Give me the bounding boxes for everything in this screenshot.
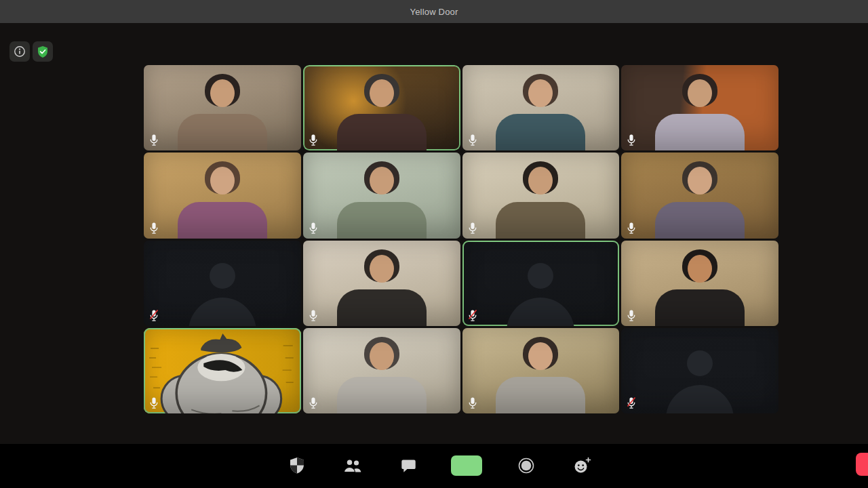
participant-tile[interactable] — [303, 328, 460, 413]
record-button[interactable] — [513, 450, 540, 481]
mic-on-icon — [309, 222, 318, 235]
participant-head — [528, 79, 553, 107]
mic-status — [627, 134, 636, 147]
mic-muted-icon — [468, 309, 477, 323]
participant-tile-camera-off[interactable] — [621, 328, 778, 413]
participant-body — [337, 377, 427, 413]
mic-status — [309, 134, 318, 147]
participant-tile[interactable] — [462, 328, 620, 413]
participant-body — [178, 114, 267, 150]
mic-on-icon — [149, 134, 159, 147]
mic-on-icon — [149, 222, 159, 235]
mic-muted-icon — [627, 396, 636, 410]
participant-tile-camera-off[interactable] — [462, 241, 620, 326]
participant-tile[interactable] — [144, 65, 301, 150]
participant-body — [337, 202, 427, 239]
participant-head — [688, 79, 712, 107]
participant-head — [370, 167, 394, 195]
record-circle-icon — [517, 457, 535, 474]
avatar-placeholder-body — [666, 385, 734, 413]
window-titlebar: Yellow Door — [0, 0, 868, 23]
mic-on-icon — [468, 134, 477, 147]
participant-body — [337, 289, 427, 326]
info-icon — [14, 45, 26, 58]
leave-meeting-button[interactable] — [856, 453, 868, 476]
participant-tile[interactable] — [621, 241, 778, 326]
avatar-placeholder-head — [687, 350, 713, 376]
mic-status — [149, 309, 159, 323]
participant-head — [528, 342, 553, 370]
participant-head — [370, 255, 394, 283]
participant-tile[interactable] — [462, 65, 620, 150]
mic-status — [149, 134, 159, 147]
participant-tile[interactable] — [621, 65, 778, 150]
shield-icon — [289, 457, 305, 474]
avatar-placeholder-head — [528, 263, 553, 289]
chat-button[interactable] — [395, 450, 422, 481]
shield-check-icon — [37, 45, 49, 58]
participants-icon — [342, 458, 363, 474]
mic-muted-icon — [149, 309, 159, 323]
gorilla-drawing-wrap — [144, 328, 301, 413]
participant-tile[interactable] — [462, 152, 620, 238]
participant-body — [655, 289, 745, 326]
mic-on-icon — [309, 309, 318, 323]
mic-on-icon — [627, 309, 636, 323]
meeting-toolbar — [0, 444, 868, 488]
participant-tile[interactable] — [303, 65, 460, 150]
participant-body — [496, 202, 585, 239]
participant-body — [496, 377, 585, 413]
mic-on-icon — [309, 396, 318, 410]
reactions-smiley-plus-icon — [573, 457, 591, 474]
mic-status — [309, 396, 318, 410]
participant-head — [370, 79, 394, 107]
share-screen-button[interactable] — [451, 450, 482, 481]
participant-grid — [144, 65, 778, 413]
mic-on-icon — [627, 134, 636, 147]
encryption-badge-button[interactable] — [33, 41, 53, 62]
share-screen-icon — [451, 455, 482, 476]
mic-on-icon — [627, 222, 636, 235]
mic-status — [627, 222, 636, 235]
participant-body — [496, 114, 585, 150]
participant-tile-camera-off[interactable] — [144, 241, 301, 326]
participant-head — [210, 167, 235, 195]
security-button[interactable] — [283, 450, 311, 481]
participant-head — [370, 342, 394, 370]
avatar-placeholder-body — [189, 298, 256, 326]
mic-status — [149, 222, 159, 235]
participant-tile[interactable] — [621, 152, 778, 238]
mic-status — [149, 396, 159, 410]
participant-tile[interactable] — [144, 152, 301, 238]
participant-body — [655, 114, 745, 150]
meeting-title: Yellow Door — [410, 7, 458, 17]
chat-bubble-icon — [400, 458, 417, 474]
mic-status — [468, 134, 477, 147]
participant-tile[interactable] — [303, 152, 460, 238]
gorilla-drawing — [144, 328, 301, 413]
zoom-meeting-window: Yellow Door — [0, 0, 868, 488]
participant-body — [178, 202, 267, 239]
mic-on-icon — [149, 396, 159, 410]
mic-status — [627, 396, 636, 410]
participant-head — [688, 167, 712, 195]
participant-tile-virtual[interactable] — [144, 328, 301, 413]
participant-head — [210, 79, 235, 107]
reactions-button[interactable] — [568, 450, 595, 481]
mic-status — [627, 309, 636, 323]
participant-head — [528, 167, 553, 195]
mic-on-icon — [468, 222, 477, 235]
avatar-placeholder-head — [210, 263, 235, 289]
participant-head — [688, 255, 712, 283]
mic-on-icon — [309, 134, 318, 147]
participants-button[interactable] — [339, 450, 366, 481]
participant-body — [337, 114, 427, 150]
mic-on-icon — [468, 396, 477, 410]
meeting-info-button[interactable] — [9, 41, 30, 62]
mic-status — [468, 309, 477, 323]
avatar-placeholder-body — [507, 298, 574, 326]
mic-status — [468, 396, 477, 410]
mic-status — [309, 309, 318, 323]
mic-status — [309, 222, 318, 235]
participant-tile[interactable] — [303, 241, 460, 326]
